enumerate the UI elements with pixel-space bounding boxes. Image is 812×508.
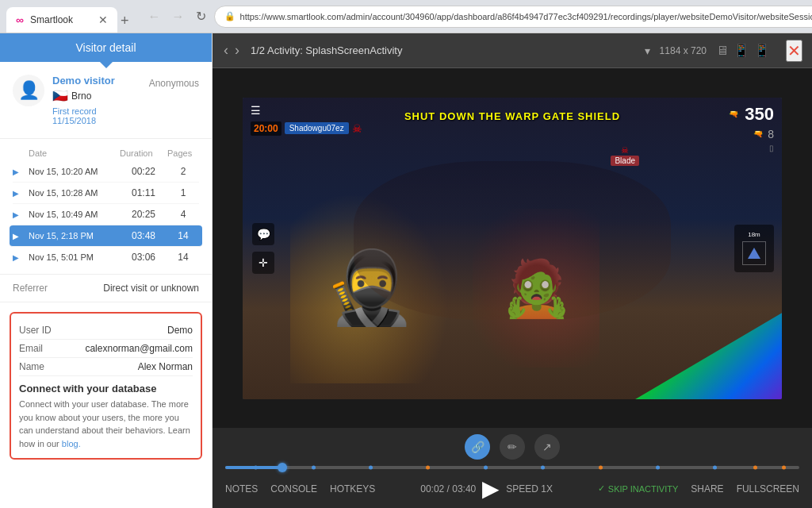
- activity-dot-orange: [599, 466, 603, 470]
- url-text: https://www.smartlook.com/admin/account/…: [240, 12, 812, 21]
- session-row[interactable]: ▶ Nov 15, 5:01 PM 03:06 14: [13, 247, 199, 267]
- controls-left: NOTES CONSOLE HOTKEYS: [225, 483, 375, 495]
- anonymous-badge: Anonymous: [149, 78, 199, 89]
- email-value: calexnorman@gmail.com: [85, 343, 193, 354]
- active-tab[interactable]: ∞ Smartlook ✕: [6, 7, 117, 33]
- date-header: Date: [29, 148, 120, 158]
- flag-icon: 🇨🇿: [52, 88, 68, 103]
- activity-dot: [369, 466, 373, 470]
- tab-favicon: ∞: [16, 13, 24, 26]
- time-total: 03:40: [452, 483, 476, 495]
- activity-dot: [484, 466, 488, 470]
- session-duration: 03:06: [120, 252, 167, 263]
- activity-dot-orange: [753, 466, 757, 470]
- session-date: Nov 15, 10:28 AM: [29, 188, 120, 198]
- session-date: Nov 15, 10:49 AM: [29, 210, 120, 219]
- activity-dot: [713, 466, 717, 470]
- enemy-tag: Blade: [611, 156, 639, 166]
- connect-db-title: Connect with your database: [19, 383, 193, 394]
- share-button[interactable]: SHARE: [691, 483, 723, 495]
- next-activity-button[interactable]: ›: [233, 40, 241, 60]
- game-screenshot: ☰ 20:00 Shadowgu07ez ☠ SHUT DOWN THE WAR…: [243, 98, 782, 399]
- userid-label: User ID: [19, 325, 52, 336]
- play-icon[interactable]: ▶: [13, 189, 29, 198]
- hud-top-left: ☰: [251, 104, 261, 117]
- speed-badge: SPEED 1X: [506, 483, 553, 495]
- skull-icon: ☠: [621, 145, 629, 156]
- session-pages: 14: [167, 252, 199, 263]
- score-bar: 20:00 Shadowgu07ez ☠: [251, 121, 362, 136]
- hud-crosshair-icon: ✛: [252, 252, 274, 274]
- forward-button[interactable]: →: [169, 8, 188, 25]
- play-icon[interactable]: ▶: [13, 232, 29, 241]
- prev-activity-button[interactable]: ‹: [222, 40, 230, 60]
- play-icon[interactable]: ▶: [13, 253, 29, 262]
- activity-label: 1/2 Activity: SplashScreenActivity: [251, 44, 635, 56]
- play-button[interactable]: ▶: [482, 475, 500, 502]
- session-pages: 2: [167, 166, 199, 177]
- secondary-weapon: 🔫 8: [753, 128, 774, 140]
- session-pages: 4: [167, 209, 199, 220]
- tab-title: Smartlook: [30, 14, 73, 25]
- share-link-button[interactable]: 🔗: [465, 434, 490, 460]
- export-button[interactable]: ↗: [534, 434, 560, 460]
- hamburger-menu-icon: ☰: [251, 104, 261, 117]
- skull-indicator: ☠: [352, 122, 362, 135]
- progress-bar-area[interactable]: [225, 466, 799, 469]
- session-row[interactable]: ▶ Nov 15, 10:28 AM 01:11 1: [13, 183, 199, 204]
- tab-close-button[interactable]: ✕: [98, 13, 108, 26]
- progress-thumb[interactable]: [278, 463, 287, 472]
- referrer-value: Direct visit or unknown: [103, 283, 199, 294]
- session-row[interactable]: ▶ Nov 15, 10:20 AM 00:22 2: [13, 161, 199, 183]
- progress-track[interactable]: [225, 466, 799, 469]
- visitor-details: Demo visitor 🇨🇿 Brno First record 11/15/…: [52, 75, 141, 125]
- enemy-tag-container: ☠ Blade: [611, 145, 639, 166]
- weapon-icon-1: 🔫: [729, 110, 738, 118]
- browser-nav: ← → ↻ 🔒 https://www.smartlook.com/admin/…: [139, 6, 812, 28]
- device-icons: 🖥 📱 📱: [716, 43, 770, 58]
- prop-row-name: Name Alex Norman: [19, 358, 193, 376]
- referrer-section: Referrer Direct visit or unknown: [0, 275, 212, 302]
- hud-chat-icon: 💬: [252, 223, 274, 245]
- hud-left: 💬 ✛: [252, 223, 274, 274]
- sidebar: Visitor detail 👤 Demo visitor 🇨🇿 Brno Fi…: [0, 33, 213, 508]
- activity-dot-orange: [782, 466, 786, 470]
- back-button[interactable]: ←: [145, 8, 164, 25]
- mission-text: SHUT DOWN THE WARP GATE SHIELD: [404, 110, 620, 122]
- time-current: 00:02: [420, 483, 444, 495]
- player-toolbar-top: ‹ › 1/2 Activity: SplashScreenActivity ▾…: [213, 33, 812, 68]
- session-row[interactable]: ▶ Nov 15, 10:49 AM 20:25 4: [13, 204, 199, 225]
- hotkeys-button[interactable]: HOTKEYS: [330, 483, 375, 495]
- session-date: Nov 15, 5:01 PM: [29, 252, 120, 262]
- console-button[interactable]: CONSOLE: [270, 483, 317, 495]
- referrer-label: Referrer: [13, 283, 48, 294]
- email-label: Email: [19, 343, 43, 354]
- session-pages: 1: [167, 187, 199, 198]
- play-icon[interactable]: ▶: [13, 210, 29, 219]
- ammo-count: 350: [745, 104, 774, 125]
- tablet-icon[interactable]: 📱: [733, 43, 749, 58]
- address-bar[interactable]: 🔒 https://www.smartlook.com/admin/accoun…: [214, 6, 812, 28]
- browser-tabs: ∞ Smartlook ✕ +: [6, 0, 132, 33]
- notes-button[interactable]: NOTES: [225, 483, 258, 495]
- close-player-button[interactable]: ✕: [786, 40, 802, 62]
- session-duration: 00:22: [120, 166, 167, 177]
- new-tab-button[interactable]: +: [117, 10, 132, 33]
- fullscreen-button[interactable]: FULLSCREEN: [737, 483, 799, 495]
- minimap-distance: 18m: [748, 231, 760, 238]
- lock-icon: 🔒: [224, 11, 236, 21]
- name-label: Name: [19, 361, 44, 372]
- activity-dropdown-icon[interactable]: ▾: [645, 44, 650, 57]
- first-record: First record 11/15/2018: [52, 106, 141, 125]
- activity-dot-orange: [426, 466, 430, 470]
- controls-center: 00:02 / 03:40 ▶ SPEED 1X: [420, 475, 553, 502]
- mobile-icon[interactable]: 📱: [754, 43, 770, 58]
- video-frame: ☰ 20:00 Shadowgu07ez ☠ SHUT DOWN THE WAR…: [213, 68, 812, 428]
- session-row-active[interactable]: ▶ Nov 15, 2:18 PM 03:48 14: [10, 225, 202, 247]
- blog-link[interactable]: blog.: [62, 439, 81, 448]
- monitor-icon[interactable]: 🖥: [716, 44, 729, 58]
- play-icon[interactable]: ▶: [13, 167, 29, 176]
- edit-link-button[interactable]: ✏: [500, 434, 525, 460]
- skip-inactivity-label[interactable]: ✓ SKIP INACTIVITY: [598, 483, 678, 494]
- reload-button[interactable]: ↻: [193, 7, 209, 25]
